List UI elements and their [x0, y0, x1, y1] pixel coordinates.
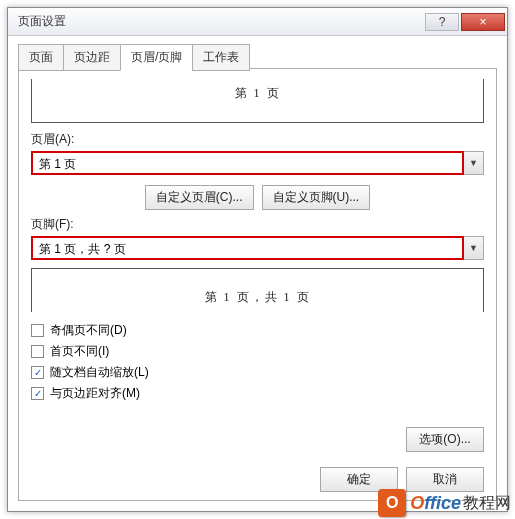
check-label: 首页不同(I) [50, 343, 109, 360]
tab-margins[interactable]: 页边距 [63, 44, 121, 71]
footer-dropdown-button[interactable]: ▼ [464, 236, 484, 260]
tab-panel-header-footer: 第 1 页 页眉(A): 第 1 页 ▼ 自定义页眉(C)... 自定义页脚(U… [18, 68, 497, 501]
dialog-body: 页面 页边距 页眉/页脚 工作表 第 1 页 页眉(A): 第 1 页 ▼ 自定… [18, 44, 497, 501]
check-label: 奇偶页不同(D) [50, 322, 127, 339]
footer-select[interactable]: 第 1 页，共 ? 页 ▼ [31, 236, 484, 260]
check-label: 与页边距对齐(M) [50, 385, 140, 402]
custom-header-button[interactable]: 自定义页眉(C)... [145, 185, 254, 210]
header-preview: 第 1 页 [31, 79, 484, 123]
options-button[interactable]: 选项(O)... [406, 427, 484, 452]
footer-label: 页脚(F): [31, 216, 484, 233]
tab-header-footer[interactable]: 页眉/页脚 [120, 44, 193, 71]
checkbox-icon [31, 345, 44, 358]
check-odd-even[interactable]: 奇偶页不同(D) [31, 322, 484, 339]
checkbox-icon [31, 324, 44, 337]
header-preview-text: 第 1 页 [235, 85, 281, 102]
chevron-down-icon: ▼ [469, 158, 478, 168]
custom-buttons-row: 自定义页眉(C)... 自定义页脚(U)... [31, 185, 484, 210]
options-row: 选项(O)... [406, 427, 484, 452]
tab-sheet[interactable]: 工作表 [192, 44, 250, 71]
dialog-title: 页面设置 [18, 13, 423, 30]
titlebar: 页面设置 ? × [8, 8, 507, 36]
page-setup-dialog: 页面设置 ? × 页面 页边距 页眉/页脚 工作表 第 1 页 页眉(A): 第… [7, 7, 508, 512]
checkbox-icon: ✓ [31, 387, 44, 400]
check-align[interactable]: ✓ 与页边距对齐(M) [31, 385, 484, 402]
checkbox-icon: ✓ [31, 366, 44, 379]
check-scale[interactable]: ✓ 随文档自动缩放(L) [31, 364, 484, 381]
ok-button[interactable]: 确定 [320, 467, 398, 492]
check-first-page[interactable]: 首页不同(I) [31, 343, 484, 360]
cancel-button[interactable]: 取消 [406, 467, 484, 492]
tab-page[interactable]: 页面 [18, 44, 64, 71]
help-icon: ? [439, 15, 446, 29]
header-dropdown-button[interactable]: ▼ [464, 151, 484, 175]
header-select[interactable]: 第 1 页 ▼ [31, 151, 484, 175]
footer-preview-text: 第 1 页，共 1 页 [205, 289, 311, 306]
check-label: 随文档自动缩放(L) [50, 364, 149, 381]
dialog-buttons: 确定 取消 [320, 467, 484, 492]
help-button[interactable]: ? [425, 13, 459, 31]
header-select-value: 第 1 页 [31, 151, 464, 175]
footer-preview: 第 1 页，共 1 页 [31, 268, 484, 312]
footer-select-value: 第 1 页，共 ? 页 [31, 236, 464, 260]
tab-strip: 页面 页边距 页眉/页脚 工作表 [18, 44, 497, 71]
checkbox-group: 奇偶页不同(D) 首页不同(I) ✓ 随文档自动缩放(L) ✓ 与页边距对齐(M… [31, 322, 484, 402]
custom-footer-button[interactable]: 自定义页脚(U)... [262, 185, 371, 210]
close-button[interactable]: × [461, 13, 505, 31]
close-icon: × [479, 15, 486, 29]
chevron-down-icon: ▼ [469, 243, 478, 253]
header-label: 页眉(A): [31, 131, 484, 148]
